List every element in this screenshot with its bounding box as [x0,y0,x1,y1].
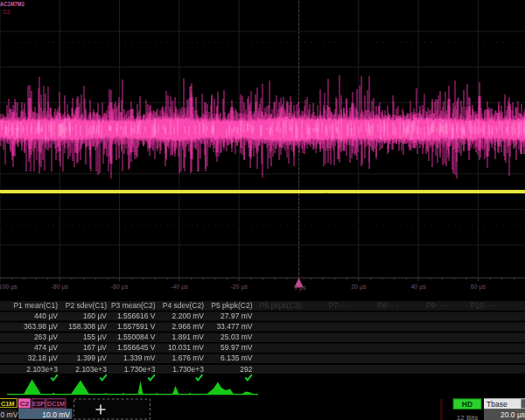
svg-text:33.477 mV: 33.477 mV [216,322,252,331]
svg-text:40 µs: 40 µs [410,284,426,290]
svg-text:P3 mean(C2): P3 mean(C2) [111,301,156,310]
svg-text:-60 µs: -60 µs [111,284,129,290]
svg-text:1.676 mV: 1.676 mV [172,354,205,362]
svg-text:1.891 mV: 1.891 mV [172,332,205,341]
svg-text:P1 mean(C1): P1 mean(C1) [13,301,58,310]
svg-text:-40 µs: -40 µs [171,284,188,290]
svg-text:1.399 µV: 1.399 µV [77,354,108,362]
svg-text:263 µV: 263 µV [34,332,58,341]
svg-text:25.03 mV: 25.03 mV [220,332,253,341]
svg-text:12 Bits: 12 Bits [457,414,478,420]
svg-text:1.557591 V: 1.557591 V [117,322,156,331]
svg-text:P7- - -: P7- - - [329,301,350,310]
svg-text:1.730e+3: 1.730e+3 [124,365,156,374]
svg-text:HD: HD [462,400,472,409]
svg-text:1.556645 V: 1.556645 V [117,343,156,352]
svg-text:C2: C2 [3,9,10,15]
svg-text:P2 sdev(C1): P2 sdev(C1) [66,301,107,310]
svg-text:-80 µs: -80 µs [51,284,68,290]
svg-text:158.308 µV: 158.308 µV [68,322,107,331]
svg-text:155 µV: 155 µV [83,332,107,341]
svg-text:2.103e+3: 2.103e+3 [75,365,107,374]
svg-text:P4 sdev(C2): P4 sdev(C2) [163,301,204,310]
svg-text:P10- - -: P10- - - [471,301,496,310]
svg-text:P5 pkpk(C2): P5 pkpk(C2) [211,301,252,310]
svg-text:1.339 mV: 1.339 mV [123,354,156,362]
svg-text:Tbase: Tbase [486,400,508,409]
svg-text:20.0 µs: 20.0 µs [500,410,525,419]
svg-text:167 µV: 167 µV [83,343,107,352]
svg-text:440 µV: 440 µV [34,312,58,320]
svg-text:363.98 µV: 363.98 µV [24,322,58,331]
svg-text:60 µs: 60 µs [471,284,486,290]
svg-text:1.730e+3: 1.730e+3 [172,365,204,374]
svg-text:10.0 mV: 10.0 mV [42,410,70,419]
svg-text:ESP: ESP [32,401,45,407]
svg-text:2.103e+3: 2.103e+3 [26,365,58,374]
svg-text:DC1M: DC1M [47,401,65,407]
svg-text:-100 µs: -100 µs [0,284,18,290]
svg-text:C1M: C1M [1,400,14,408]
svg-text:-20 µs: -20 µs [230,284,248,290]
svg-text:0 µs: 0 µs [294,284,306,291]
svg-text:P9- - -: P9- - - [426,301,447,310]
svg-text:27.97 mV: 27.97 mV [220,312,253,320]
svg-text:474 µV: 474 µV [34,343,58,352]
svg-text:0 mV: 0 mV [1,410,18,419]
svg-text:32.18 µV: 32.18 µV [28,354,59,362]
svg-text:1.550084 V: 1.550084 V [117,332,156,341]
svg-text:292: 292 [240,365,252,374]
svg-text:1.556616 V: 1.556616 V [117,312,156,320]
svg-text:C2: C2 [20,400,30,408]
svg-text:2.966 mV: 2.966 mV [172,322,205,331]
svg-text:59.97 mV: 59.97 mV [220,343,253,352]
svg-text:10.031 mV: 10.031 mV [168,343,204,352]
svg-text:6.135 mV: 6.135 mV [220,354,253,362]
svg-text:20 µs: 20 µs [351,284,367,290]
svg-text:AC1M7M2: AC1M7M2 [0,0,24,8]
svg-text:160 µV: 160 µV [83,312,107,320]
svg-text:P8- - -: P8- - - [377,301,398,310]
svg-text:P6 pkpk(C3): P6 pkpk(C3) [260,301,301,310]
svg-text:2.200 mV: 2.200 mV [172,312,205,320]
